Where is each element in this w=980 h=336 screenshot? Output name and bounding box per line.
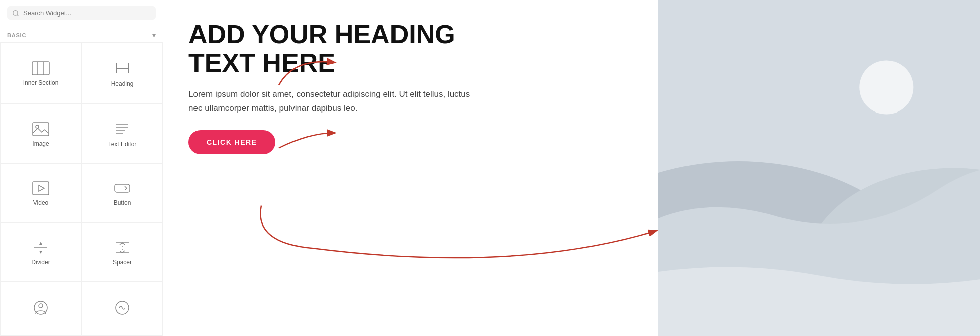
cta-button[interactable]: CLICK HERE	[188, 130, 275, 154]
svg-point-9	[36, 125, 39, 128]
inner-section-icon	[32, 61, 50, 75]
widget-divider[interactable]: Divider	[0, 222, 81, 282]
widget-text-editor[interactable]: Text Editor	[81, 103, 163, 164]
icon-widget2-icon	[114, 300, 130, 316]
widget-divider-label: Divider	[31, 259, 50, 266]
image-placeholder	[658, 0, 980, 336]
svg-rect-14	[33, 182, 49, 195]
widget-inner-section[interactable]: Inner Section	[0, 42, 81, 103]
svg-point-0	[13, 10, 18, 15]
main-area: ADD YOUR HEADING TEXT HERE Lorem ipsum d…	[163, 0, 980, 336]
widget-icon1[interactable]	[0, 282, 81, 336]
category-label: BASIC	[7, 32, 26, 38]
divider-icon	[32, 241, 49, 255]
widget-heading-label: Heading	[111, 80, 134, 87]
canvas-wrapper: ADD YOUR HEADING TEXT HERE Lorem ipsum d…	[163, 0, 980, 336]
page-paragraph: Lorem ipsum dolor sit amet, consectetur …	[188, 87, 480, 115]
widget-button[interactable]: Button	[81, 164, 163, 223]
search-input-wrapper	[7, 6, 156, 20]
svg-point-27	[859, 60, 913, 114]
svg-marker-19	[39, 251, 42, 254]
widget-inner-section-label: Inner Section	[23, 79, 59, 86]
widget-grid: Inner Section Heading Imag	[0, 42, 163, 336]
widget-video-label: Video	[33, 199, 48, 206]
heading-icon	[114, 60, 130, 76]
text-editor-icon	[114, 122, 130, 137]
spacer-icon	[114, 241, 131, 255]
widget-video[interactable]: Video	[0, 164, 81, 223]
widget-spacer-label: Spacer	[113, 259, 132, 266]
widget-spacer[interactable]: Spacer	[81, 222, 163, 282]
svg-rect-2	[32, 62, 49, 75]
svg-rect-8	[33, 123, 49, 136]
widget-icon2[interactable]	[81, 282, 163, 336]
widget-heading[interactable]: Heading	[81, 42, 163, 103]
svg-line-1	[17, 14, 19, 16]
category-chevron-icon[interactable]: ▾	[152, 31, 156, 39]
button-icon	[114, 181, 131, 195]
page-heading: ADD YOUR HEADING TEXT HERE	[188, 20, 490, 77]
svg-rect-16	[115, 184, 130, 192]
widget-image-label: Image	[32, 140, 49, 147]
widget-image[interactable]: Image	[0, 103, 81, 164]
svg-point-24	[39, 304, 43, 308]
svg-marker-18	[39, 242, 42, 245]
search-icon	[12, 10, 19, 17]
svg-marker-15	[39, 185, 44, 191]
widget-text-editor-label: Text Editor	[108, 141, 137, 148]
search-input[interactable]	[23, 9, 151, 17]
canvas-content: ADD YOUR HEADING TEXT HERE Lorem ipsum d…	[163, 0, 980, 336]
sidebar: BASIC ▾ Inner Section	[0, 0, 163, 336]
landscape-illustration	[658, 0, 980, 336]
widget-button-label: Button	[114, 199, 131, 206]
video-icon	[32, 181, 49, 195]
search-bar	[0, 0, 163, 26]
category-header[interactable]: BASIC ▾	[0, 26, 163, 42]
image-icon	[32, 122, 49, 136]
content-left: ADD YOUR HEADING TEXT HERE Lorem ipsum d…	[163, 0, 658, 336]
icon-widget-icon	[33, 300, 49, 316]
